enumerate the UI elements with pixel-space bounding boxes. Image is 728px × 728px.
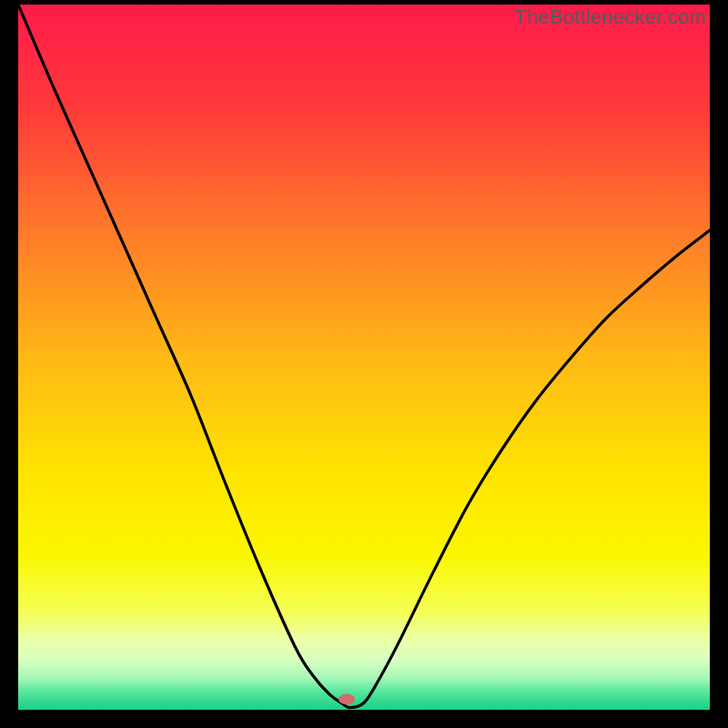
optimum-marker xyxy=(339,693,355,704)
chart-frame xyxy=(18,5,710,710)
gradient-background xyxy=(18,5,710,710)
attribution-text: TheBottlenecker.com xyxy=(515,5,706,29)
bottleneck-chart xyxy=(18,5,710,710)
